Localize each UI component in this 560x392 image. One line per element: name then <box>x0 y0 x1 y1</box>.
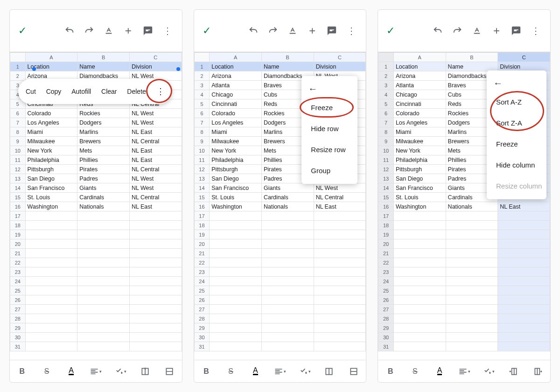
cell[interactable] <box>498 314 550 323</box>
cell[interactable] <box>498 249 550 258</box>
insert-column-button[interactable] <box>136 363 154 380</box>
cell[interactable]: Colorado <box>210 109 262 118</box>
delete-button[interactable]: Delete <box>127 88 146 95</box>
row-header[interactable]: 22 <box>10 258 26 267</box>
cell[interactable]: Nationals <box>261 202 314 211</box>
cell[interactable] <box>25 267 77 277</box>
row-header[interactable]: 8 <box>10 127 26 137</box>
cell[interactable] <box>129 221 182 230</box>
align-button[interactable]: ▾ <box>87 363 105 380</box>
cell[interactable] <box>129 342 182 351</box>
row-header[interactable]: 23 <box>194 267 210 277</box>
cell[interactable] <box>25 295 77 305</box>
undo-icon[interactable] <box>245 22 262 40</box>
cell[interactable]: Miami <box>210 127 262 137</box>
cell[interactable] <box>393 249 446 258</box>
row-header[interactable]: 18 <box>194 221 210 230</box>
cell[interactable]: NL East <box>129 146 182 155</box>
cell[interactable] <box>446 314 498 323</box>
text-format-icon[interactable] <box>468 22 486 40</box>
cut-button[interactable]: Cut <box>26 88 36 95</box>
row-header[interactable]: 25 <box>10 286 26 295</box>
row-header[interactable]: 31 <box>194 342 210 351</box>
row-header[interactable]: 29 <box>378 323 394 333</box>
confirm-check-icon[interactable]: ✓ <box>15 22 29 40</box>
cell[interactable] <box>210 323 262 333</box>
cell[interactable] <box>25 342 77 351</box>
cell[interactable]: NL Central <box>314 193 366 202</box>
cell[interactable]: NL Central <box>129 193 182 202</box>
row-header[interactable]: 16 <box>378 202 394 211</box>
cell[interactable]: Milwaukee <box>25 137 77 146</box>
row-header[interactable]: 17 <box>378 211 394 221</box>
cell[interactable] <box>25 258 77 267</box>
cell[interactable]: Philadelphia <box>210 155 262 165</box>
row-header[interactable]: 13 <box>10 174 26 183</box>
row-header[interactable]: 12 <box>378 165 394 174</box>
cell[interactable]: Cincinnati <box>393 99 446 109</box>
row-header[interactable]: 30 <box>194 333 210 342</box>
row-header[interactable]: 17 <box>194 211 210 221</box>
cell[interactable] <box>210 267 262 277</box>
cell[interactable] <box>261 267 314 277</box>
insert-row-button[interactable] <box>161 363 178 380</box>
row-header[interactable]: 31 <box>378 342 394 351</box>
row-header[interactable]: 19 <box>378 230 394 239</box>
cell[interactable] <box>210 333 262 342</box>
cell[interactable] <box>393 314 446 323</box>
cell[interactable] <box>393 277 446 286</box>
cell[interactable] <box>25 239 77 249</box>
row-header[interactable]: 27 <box>194 305 210 314</box>
row-header[interactable]: 6 <box>378 109 394 118</box>
resize-column-menu-item[interactable]: Resize column <box>487 175 546 196</box>
cell[interactable]: Los Angeles <box>210 118 262 127</box>
cell[interactable] <box>314 286 366 295</box>
cell[interactable] <box>498 295 550 305</box>
cell[interactable] <box>77 239 130 249</box>
column-header-b[interactable]: B <box>446 53 498 62</box>
cell[interactable] <box>314 342 366 351</box>
row-header[interactable]: 21 <box>10 249 26 258</box>
cell[interactable] <box>314 314 366 323</box>
cell[interactable] <box>210 305 262 314</box>
cell[interactable]: St. Louis <box>210 193 262 202</box>
undo-icon[interactable] <box>61 22 78 40</box>
row-header[interactable]: 8 <box>378 127 394 137</box>
cell[interactable] <box>129 305 182 314</box>
cell[interactable]: Colorado <box>25 109 77 118</box>
row-header[interactable]: 10 <box>378 146 394 155</box>
cell[interactable]: St. Louis <box>393 193 446 202</box>
cell[interactable] <box>498 305 550 314</box>
row-header[interactable]: 17 <box>10 211 26 221</box>
strike-button[interactable]: S <box>222 363 240 380</box>
row-header[interactable]: 26 <box>10 295 26 305</box>
row-header[interactable]: 10 <box>194 146 210 155</box>
cell[interactable]: Giants <box>77 183 130 193</box>
row-header[interactable]: 10 <box>10 146 26 155</box>
cell[interactable] <box>446 221 498 230</box>
insert-icon[interactable]: + <box>119 22 137 40</box>
row-header[interactable]: 19 <box>10 230 26 239</box>
cell[interactable] <box>498 333 550 342</box>
row-header[interactable]: 28 <box>378 314 394 323</box>
column-header-c[interactable]: C <box>314 53 366 62</box>
cell[interactable]: Rockies <box>77 109 130 118</box>
cell[interactable] <box>393 211 446 221</box>
row-header[interactable]: 21 <box>194 249 210 258</box>
cell[interactable] <box>393 221 446 230</box>
cell[interactable]: San Diego <box>25 174 77 183</box>
cell[interactable] <box>77 314 130 323</box>
cell[interactable] <box>129 323 182 333</box>
cell[interactable]: Dodgers <box>77 118 130 127</box>
row-header[interactable]: 3 <box>378 81 394 90</box>
column-header-a[interactable]: A <box>393 53 446 62</box>
insert-row-button[interactable] <box>345 363 363 380</box>
row-header[interactable]: 9 <box>378 137 394 146</box>
row-header[interactable]: 29 <box>194 323 210 333</box>
cell[interactable] <box>25 286 77 295</box>
cell[interactable] <box>314 295 366 305</box>
row-header[interactable]: 4 <box>378 90 394 99</box>
menu-back-icon[interactable]: ← <box>301 79 357 97</box>
cell[interactable] <box>261 286 314 295</box>
row-header[interactable]: 9 <box>10 137 26 146</box>
